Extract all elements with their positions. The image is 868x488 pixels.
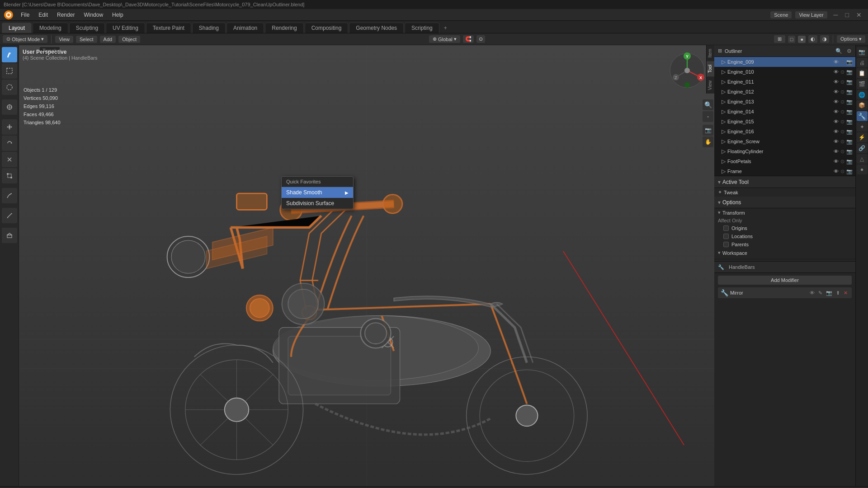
modifier-render-btn[interactable]: 📷 [825,290,834,296]
view-menu-btn[interactable]: View [55,36,73,43]
close-btn[interactable]: ✕ [854,11,864,19]
scale-btn[interactable] [2,152,17,167]
cursor-icon[interactable]: ⊙ [840,169,844,174]
outliner-item[interactable]: ▷ Engine_015 👁 ⊙ 📷 [714,117,855,127]
outliner-item[interactable]: ▷ Engine_016 👁 ⊙ 📷 [714,127,855,136]
object-mode-btn[interactable]: ⊙ Object Mode ▾ [3,35,47,43]
cursor-icon[interactable]: ⊙ [840,119,844,125]
render-icon[interactable]: 📷 [846,59,853,65]
render-icon[interactable]: 📷 [846,69,853,75]
select-circle-btn[interactable] [2,80,17,95]
tab-compositing[interactable]: Compositing [305,23,349,33]
zoom-in-btn[interactable]: 🔍 [703,99,713,110]
subdivision-surface-item[interactable]: Subdivision Surface [282,198,353,209]
cursor-icon[interactable]: ⊙ [840,89,844,95]
cursor-icon[interactable]: ⊙ [840,159,844,164]
render-icon[interactable]: 📷 [846,79,853,85]
outliner-item[interactable]: ▷ FootPetals 👁 ⊙ 📷 [714,156,855,166]
modifier-move-btn[interactable]: ⬆ [835,290,841,296]
cursor-icon[interactable]: ⊙ [840,59,844,65]
outliner-item[interactable]: ▷ Engine_Screw 👁 ⊙ 📷 [714,136,855,146]
outliner-item[interactable]: ▷ Engine_013 👁 ⊙ 📷 [714,97,855,107]
render-icon[interactable]: 📷 [846,109,853,115]
minimize-btn[interactable]: ─ [831,11,841,19]
view-layer-selector[interactable]: View Layer [795,11,827,19]
cursor-icon[interactable]: ⊙ [840,129,844,135]
tab-sculpting[interactable]: Sculpting [69,23,105,33]
tab-add-btn[interactable]: + [440,23,451,33]
menu-file[interactable]: File [17,11,33,19]
zoom-out-btn[interactable]: - [703,111,713,122]
transform-btn[interactable] [2,168,17,183]
origins-checkbox-row[interactable]: Origins [714,224,855,232]
object-menu-btn[interactable]: Object [118,36,140,43]
add-modifier-btn[interactable]: Add Modifier [718,276,852,285]
tab-animation[interactable]: Animation [226,23,264,33]
constraints-icon[interactable]: 🔗 [857,143,868,153]
scene-selector[interactable]: Scene [770,11,792,19]
cursor-icon[interactable]: ⊙ [840,69,844,75]
eye-icon[interactable]: 👁 [834,59,839,65]
tab-geometry-nodes[interactable]: Geometry Nodes [349,23,404,33]
eye-icon[interactable]: 👁 [834,79,839,85]
eye-icon[interactable]: 👁 [834,149,839,155]
cursor-icon[interactable]: ⊙ [840,109,844,115]
options-section-header[interactable]: ▾ Options [714,197,855,208]
data-props-icon[interactable]: △ [857,154,868,164]
render-props-icon[interactable]: 📷 [857,47,868,57]
add-cube-btn[interactable] [2,228,17,243]
navigation-gizmo[interactable]: Y X Z [669,52,705,89]
modifier-remove-btn[interactable]: ✕ [842,290,849,296]
material-preview-btn[interactable]: ◐ [808,35,817,43]
annotate-btn[interactable] [2,188,17,203]
eye-icon[interactable]: 👁 [834,159,839,164]
locations-checkbox[interactable] [723,234,729,239]
snap-btn[interactable]: 🧲 [463,35,474,43]
eye-icon[interactable]: 👁 [834,99,839,105]
particles-icon[interactable]: ✦ [857,122,868,132]
outliner-item[interactable]: ▷ Engine_009 👁 ⊙ 📷 [714,57,855,67]
scene-props-icon[interactable]: 🎬 [857,79,868,89]
render-icon[interactable]: 📷 [846,169,853,174]
tab-rendering[interactable]: Rendering [265,23,303,33]
view-layer-icon[interactable]: 📋 [857,68,868,78]
render-icon[interactable]: 📷 [846,99,853,105]
render-icon[interactable]: 📷 [846,129,853,135]
tab-scripting[interactable]: Scripting [405,23,439,33]
locations-checkbox-row[interactable]: Locations [714,232,855,240]
tab-shading[interactable]: Shading [192,23,226,33]
tool-tab[interactable]: Tool [707,61,714,76]
eye-icon[interactable]: 👁 [834,109,839,115]
transform-row[interactable]: ▾ Transform [714,208,855,217]
tab-texture-paint[interactable]: Texture Paint [146,23,191,33]
select-menu-btn[interactable]: Select [76,36,97,43]
eye-icon[interactable]: 👁 [834,119,839,125]
modifier-realtime-btn[interactable]: 👁 [808,290,816,296]
modifier-edit-btn[interactable]: ✎ [817,290,824,296]
blender-logo[interactable] [4,10,14,20]
outliner-search-btn[interactable]: 🔍 [835,48,842,54]
proportional-btn[interactable]: ⊙ [476,35,485,43]
modifier-props-icon[interactable]: 🔧 [857,111,868,121]
tab-uv-editing[interactable]: UV Editing [106,23,145,33]
tab-layout[interactable]: Layout [2,23,32,33]
render-icon[interactable]: 📷 [846,149,853,155]
shade-smooth-item[interactable]: Shade Smooth ▶ [282,187,353,198]
item-tab[interactable]: Item [707,45,714,61]
outliner-item[interactable]: ▷ Engine_014 👁 ⊙ 📷 [714,107,855,117]
outliner-item[interactable]: ▷ Engine_011 👁 ⊙ 📷 [714,77,855,87]
wireframe-btn[interactable]: □ [788,36,796,43]
outliner-item[interactable]: ▷ FloatingCylinder 👁 ⊙ 📷 [714,146,855,156]
transform-orientation-btn[interactable]: ⊕ Global ▾ [429,35,460,43]
outliner-item[interactable]: ▷ Engine_012 👁 ⊙ 📷 [714,87,855,97]
menu-render[interactable]: Render [53,11,78,19]
cursor-icon[interactable]: ⊙ [840,79,844,85]
3d-viewport[interactable]: Tweak User Perspective (4) Scene Collect… [19,45,714,486]
select-box-btn[interactable] [2,63,17,79]
output-props-icon[interactable]: 🖨 [857,58,868,68]
move-btn[interactable] [2,119,17,135]
tweak-tool-btn[interactable] [2,47,17,62]
maximize-btn[interactable]: □ [843,11,852,19]
viewport-overlays-btn[interactable]: ⊞ [774,35,785,43]
eye-icon[interactable]: 👁 [834,129,839,135]
